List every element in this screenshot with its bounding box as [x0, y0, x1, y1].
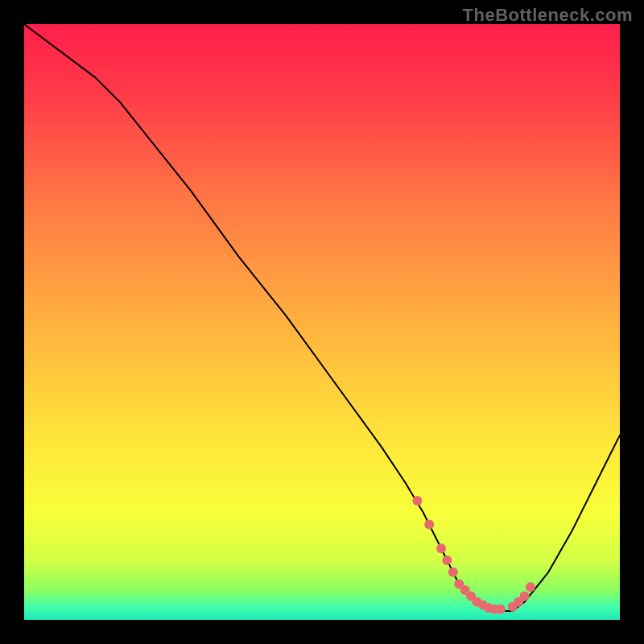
optimal-marker	[442, 555, 452, 565]
optimal-marker	[412, 496, 422, 506]
watermark-text: TheBottleneck.com	[463, 5, 633, 26]
chart-svg	[24, 24, 620, 620]
optimal-marker	[448, 568, 458, 577]
optimal-marker	[436, 543, 446, 553]
optimal-marker	[496, 605, 506, 614]
plot-area	[24, 24, 620, 620]
chart-frame: TheBottleneck.com	[0, 0, 644, 644]
gradient-background	[24, 24, 620, 620]
optimal-marker	[526, 582, 535, 592]
optimal-marker	[424, 520, 434, 530]
optimal-marker	[520, 591, 530, 601]
